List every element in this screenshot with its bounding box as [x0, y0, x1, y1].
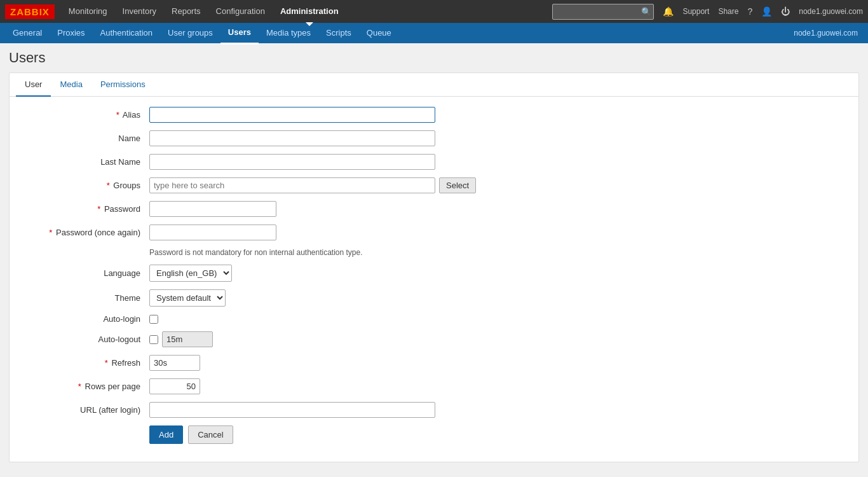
- password-label: * Password: [22, 204, 149, 214]
- password-row: * Password: [22, 201, 846, 217]
- support-link[interactable]: Support: [682, 7, 709, 16]
- nav-inventory[interactable]: Inventory: [115, 0, 164, 23]
- add-button[interactable]: Add: [149, 425, 183, 444]
- subnav-queue[interactable]: Queue: [359, 23, 399, 43]
- language-select[interactable]: English (en_GB) System default: [149, 265, 232, 282]
- refresh-required: *: [105, 358, 108, 368]
- autologout-value-input[interactable]: [162, 331, 213, 347]
- url-row: URL (after login): [22, 402, 846, 418]
- autologin-field: [149, 315, 158, 324]
- lastname-label: Last Name: [22, 157, 149, 167]
- subnav-authentication[interactable]: Authentication: [93, 23, 160, 43]
- lastname-field: [149, 154, 435, 170]
- nav-monitoring[interactable]: Monitoring: [61, 0, 115, 23]
- hostname: node1.guowei.com: [799, 7, 863, 16]
- tab-media[interactable]: Media: [51, 73, 91, 97]
- user-form: * Alias Name Last Name: [10, 97, 858, 462]
- name-field: [149, 130, 435, 146]
- lastname-row: Last Name: [22, 154, 846, 170]
- alias-field: [149, 107, 435, 123]
- subnav-general[interactable]: General: [5, 23, 50, 43]
- top-right-icons: 🔍 🔔 Support Share ? 👤 ⏻ node1.guowei.com: [552, 4, 863, 20]
- form-buttons: Add Cancel: [22, 425, 846, 444]
- cancel-button[interactable]: Cancel: [188, 425, 233, 444]
- groups-required: *: [107, 181, 110, 190]
- alias-required: *: [116, 110, 119, 120]
- power-icon[interactable]: ⏻: [781, 6, 790, 17]
- zabbix-logo[interactable]: ZABBIX: [5, 4, 55, 19]
- password-again-input[interactable]: [149, 225, 276, 240]
- password-field: [149, 201, 276, 217]
- autologin-label: Auto-login: [22, 314, 149, 324]
- search-icon[interactable]: 🔍: [641, 7, 651, 17]
- theme-select[interactable]: System default Blue Dark: [149, 289, 226, 307]
- refresh-row: * Refresh: [22, 355, 846, 371]
- password-input[interactable]: [149, 201, 276, 217]
- name-row: Name: [22, 130, 846, 146]
- form-container: User Media Permissions * Alias Name: [9, 73, 859, 462]
- groups-field: Select: [149, 177, 476, 193]
- name-input[interactable]: [149, 130, 435, 146]
- url-label: URL (after login): [22, 405, 149, 415]
- language-row: Language English (en_GB) System default: [22, 265, 846, 282]
- groups-label: * Groups: [22, 181, 149, 190]
- footer: Zabbix 4.0.9. © 2001–2019, Zabbix SIA: [0, 469, 868, 477]
- global-search-input[interactable]: [552, 4, 654, 20]
- password-again-field: [149, 225, 276, 240]
- alias-row: * Alias: [22, 107, 846, 123]
- rows-per-page-field: [149, 378, 200, 394]
- name-label: Name: [22, 134, 149, 143]
- question-icon[interactable]: ?: [747, 6, 752, 17]
- refresh-input[interactable]: [149, 355, 200, 371]
- rows-required: *: [78, 382, 81, 391]
- tabs: User Media Permissions: [10, 73, 858, 97]
- autologout-row: Auto-logout: [22, 331, 846, 347]
- language-field: English (en_GB) System default: [149, 265, 232, 282]
- user-icon[interactable]: 👤: [761, 6, 772, 17]
- alias-input[interactable]: [149, 107, 435, 123]
- rows-per-page-row: * Rows per page: [22, 378, 846, 394]
- tab-permissions[interactable]: Permissions: [92, 73, 154, 97]
- autologin-row: Auto-login: [22, 314, 846, 324]
- groups-select-button[interactable]: Select: [439, 177, 476, 193]
- subnav-proxies[interactable]: Proxies: [50, 23, 92, 43]
- password-hint: Password is not mandatory for non intern…: [22, 248, 846, 257]
- subnav-users[interactable]: Users: [220, 22, 259, 45]
- page-title: Users: [9, 50, 859, 66]
- subnav-scripts[interactable]: Scripts: [318, 23, 359, 43]
- password-again-label: * Password (once again): [22, 228, 149, 237]
- nav-administration[interactable]: Administration: [273, 0, 346, 23]
- autologout-field: [149, 331, 213, 347]
- search-wrap: 🔍: [552, 4, 654, 20]
- groups-row: * Groups Select: [22, 177, 846, 193]
- main-menu: Monitoring Inventory Reports Configurati…: [61, 0, 553, 23]
- groups-search-input[interactable]: [149, 177, 435, 193]
- url-input[interactable]: [149, 402, 435, 418]
- rows-per-page-label: * Rows per page: [22, 382, 149, 391]
- nav-reports[interactable]: Reports: [164, 0, 208, 23]
- share-link[interactable]: Share: [718, 7, 738, 16]
- nav-configuration[interactable]: Configuration: [208, 0, 273, 23]
- refresh-label: * Refresh: [22, 358, 149, 368]
- url-field: [149, 402, 435, 418]
- theme-row: Theme System default Blue Dark: [22, 289, 846, 307]
- language-label: Language: [22, 268, 149, 278]
- autologout-checkbox[interactable]: [149, 335, 158, 344]
- autologout-label: Auto-logout: [22, 335, 149, 344]
- password-required: *: [97, 204, 100, 214]
- server-hostname: node1.guowei.com: [794, 29, 863, 38]
- lastname-input[interactable]: [149, 154, 435, 170]
- theme-field: System default Blue Dark: [149, 289, 226, 307]
- theme-label: Theme: [22, 293, 149, 303]
- help-icon[interactable]: 🔔: [663, 6, 674, 17]
- refresh-field: [149, 355, 200, 371]
- tab-user[interactable]: User: [16, 73, 51, 97]
- subnav-user-groups[interactable]: User groups: [160, 23, 220, 43]
- rows-per-page-input[interactable]: [149, 378, 200, 394]
- alias-label: * Alias: [22, 110, 149, 120]
- autologin-checkbox[interactable]: [149, 315, 158, 324]
- password-again-required: *: [49, 228, 52, 237]
- password-again-row: * Password (once again): [22, 225, 846, 240]
